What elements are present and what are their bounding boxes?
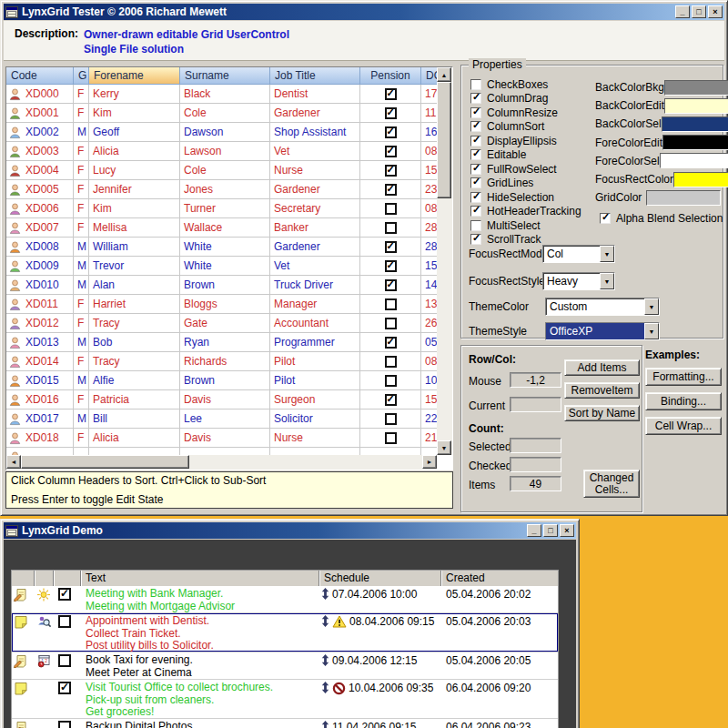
table-row[interactable]: XD001FKimColeGardener11 <box>6 104 437 123</box>
column-header-g[interactable]: G <box>74 67 89 85</box>
columnsort-checkbox[interactable] <box>470 121 481 132</box>
checkboxes-checkbox[interactable] <box>470 79 481 90</box>
table-row[interactable]: XD002MGeoffDawsonShop Assistant16 <box>6 123 437 142</box>
table-row[interactable]: XD011FHarrietBloggsManager13 <box>6 295 437 314</box>
table-row[interactable]: XD018FAliciaDavisNurse21 <box>6 429 437 448</box>
scroll-right-icon[interactable]: ► <box>422 455 437 469</box>
pension-checkbox[interactable] <box>385 146 397 157</box>
scroll-up-icon[interactable]: ▲ <box>437 67 451 82</box>
themestyle-dropdown[interactable]: OfficeXP▼ <box>545 322 660 340</box>
scrolltrack-checkbox[interactable] <box>470 234 481 245</box>
alpha-blend-row[interactable]: Alpha Blend Selection <box>600 211 723 226</box>
columnresize-checkbox[interactable] <box>470 107 481 118</box>
pension-checkbox[interactable] <box>385 203 397 215</box>
grid-header[interactable]: CodeGForenameSurnameJob TitlePensionDOB <box>6 67 437 85</box>
remove-item-button[interactable]: RemoveItem <box>564 382 640 399</box>
table-row[interactable]: XD009MTrevorWhiteVet15 <box>6 257 437 276</box>
table-row[interactable]: XD015MAlfieBrownPilot10 <box>6 371 437 390</box>
gridcolor-swatch[interactable] <box>646 190 721 206</box>
changed-cells-button[interactable]: Changed Cells... <box>583 470 640 498</box>
property-fullrowselect-row[interactable]: FullRowSelect <box>470 162 581 177</box>
pension-checkbox[interactable] <box>385 394 397 406</box>
pension-checkbox[interactable] <box>385 88 397 100</box>
created-column-header[interactable]: Created <box>441 571 559 586</box>
task-checkbox[interactable] <box>58 654 71 667</box>
displayellipsis-checkbox[interactable] <box>470 136 481 147</box>
maximize-icon[interactable]: □ <box>543 524 558 537</box>
backcolorbkg-swatch[interactable] <box>664 80 728 96</box>
table-row[interactable]: XD003FAliciaLawsonVet08 <box>6 142 437 161</box>
minimize-icon[interactable]: _ <box>675 5 690 18</box>
fullrowselect-checkbox[interactable] <box>470 164 481 175</box>
tester-titlebar[interactable]: LynxGrid Tester © 2006 Richard Mewett _ … <box>4 4 724 20</box>
focusrectcolor-swatch[interactable] <box>673 172 728 187</box>
hideselection-checkbox[interactable] <box>470 192 481 203</box>
table-row[interactable]: XD010MAlanBrownTruck Driver14 <box>6 276 437 295</box>
pension-checkbox[interactable] <box>385 318 397 329</box>
pension-checkbox[interactable] <box>385 432 397 444</box>
people-grid[interactable]: CodeGForenameSurnameJob TitlePensionDOB … <box>5 66 453 470</box>
column-header-surname[interactable]: Surname <box>180 67 270 85</box>
table-row[interactable]: XD007FMellisaWallaceBanker28 <box>6 218 437 238</box>
pension-checkbox[interactable] <box>385 184 397 196</box>
column-header-job-title[interactable]: Job Title <box>270 67 360 85</box>
task-checkbox[interactable] <box>58 615 71 628</box>
task-row[interactable]: Appointment with Dentist.Collect Train T… <box>12 613 558 652</box>
property-columnsort-row[interactable]: ColumnSort <box>470 120 581 135</box>
binding-button[interactable]: Binding... <box>645 392 722 410</box>
backcolorsel-swatch[interactable] <box>662 116 728 132</box>
grid-rows[interactable]: XD000FKerryBlackDentist17XD001FKimColeGa… <box>6 85 437 455</box>
horizontal-scrollbar[interactable]: ◄ ► <box>6 455 437 470</box>
property-columndrag-row[interactable]: ColumnDrag <box>470 92 581 106</box>
gridlines-checkbox[interactable] <box>470 177 481 188</box>
checkbox-col-header[interactable] <box>54 571 81 586</box>
table-row[interactable]: XD016FPatriciaDavisSurgeon15 <box>6 390 437 410</box>
task-checkbox[interactable] <box>58 721 71 728</box>
pension-checkbox[interactable] <box>385 337 397 349</box>
property-hotheadertracking-row[interactable]: HotHeaderTracking <box>470 205 581 219</box>
column-header-dob[interactable]: DOB <box>421 67 437 85</box>
tasks-grid[interactable]: TextScheduleCreated Meeting with Bank Ma… <box>11 570 559 728</box>
pension-checkbox[interactable] <box>385 356 397 368</box>
backcoloredit-swatch[interactable] <box>664 98 728 114</box>
chevron-down-icon[interactable]: ▼ <box>644 323 659 339</box>
chevron-down-icon[interactable]: ▼ <box>600 246 614 262</box>
table-row[interactable]: XD008MWilliamWhiteGardener28 <box>6 238 437 257</box>
minimize-icon[interactable]: _ <box>527 524 541 537</box>
close-icon[interactable]: × <box>560 524 574 537</box>
icon-col-2-header[interactable] <box>35 571 54 586</box>
property-gridlines-row[interactable]: GridLines <box>470 177 581 191</box>
formatting-button[interactable]: Formatting... <box>645 368 722 386</box>
property-columnresize-row[interactable]: ColumnResize <box>470 106 581 120</box>
sort-by-name-button[interactable]: Sort by Name <box>564 405 640 421</box>
table-row[interactable]: XD006FKimTurnerSecretary08 <box>6 199 437 218</box>
icon-col-1-header[interactable] <box>12 571 35 586</box>
task-row[interactable]: Backup Digital Photos.11.04.2006 09:1506… <box>12 719 558 728</box>
pension-checkbox[interactable] <box>385 279 397 291</box>
cell-wrap-button[interactable]: Cell Wrap... <box>645 417 722 435</box>
alpha-blend-checkbox[interactable] <box>600 213 611 224</box>
pension-checkbox[interactable] <box>385 241 397 253</box>
pension-checkbox[interactable] <box>385 165 397 177</box>
table-row[interactable]: XD017MBillLeeSolicitor22 <box>6 410 437 429</box>
table-row[interactable]: XD000FKerryBlackDentist17 <box>6 85 437 104</box>
task-checkbox[interactable] <box>58 682 71 694</box>
table-row[interactable]: XD005FJenniferJonesGardener23 <box>6 180 437 199</box>
vertical-scroll-thumb[interactable] <box>437 82 451 198</box>
pension-checkbox[interactable] <box>385 413 397 425</box>
multiselect-checkbox[interactable] <box>470 220 481 231</box>
chevron-down-icon[interactable]: ▼ <box>644 298 659 315</box>
columndrag-checkbox[interactable] <box>470 93 481 104</box>
property-multiselect-row[interactable]: MultiSelect <box>470 218 581 233</box>
hotheadertracking-checkbox[interactable] <box>470 206 481 217</box>
grid-header[interactable]: TextScheduleCreated <box>12 571 558 586</box>
task-row[interactable]: Visit Tourist Office to collect brochure… <box>12 680 558 719</box>
column-header-forename[interactable]: Forename <box>89 67 180 85</box>
table-row[interactable]: XD012FTracyGateAccountant26 <box>6 314 437 333</box>
chevron-down-icon[interactable]: ▼ <box>600 273 614 289</box>
grid-rows[interactable]: Meeting with Bank Manager.Meeting with M… <box>12 586 558 728</box>
close-icon[interactable]: × <box>708 5 723 18</box>
pension-checkbox[interactable] <box>385 126 397 138</box>
add-items-button[interactable]: Add Items <box>564 359 640 376</box>
task-row[interactable]: 12Book Taxi for evening.Meet Peter at Ci… <box>12 652 558 680</box>
